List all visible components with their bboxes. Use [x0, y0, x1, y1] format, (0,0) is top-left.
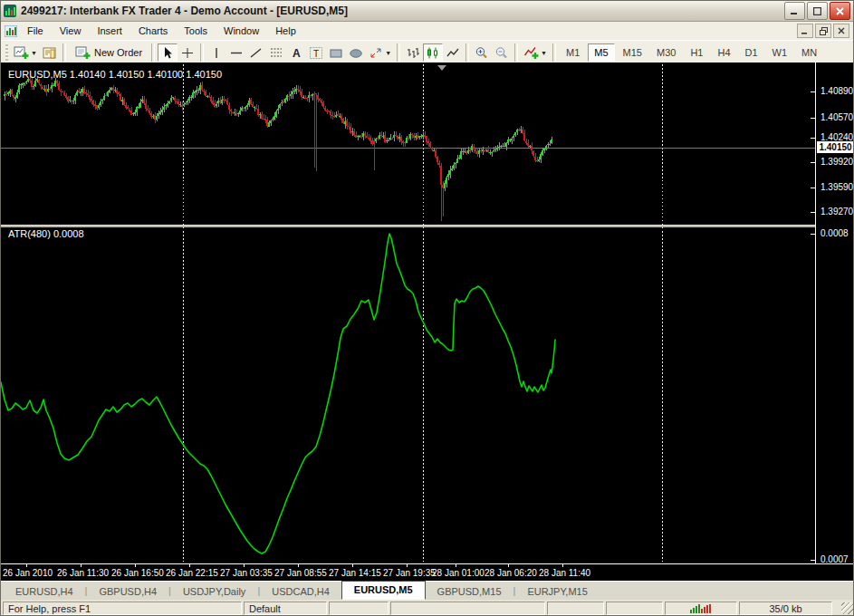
close-button[interactable]: [830, 2, 850, 20]
time-axis-tick: [244, 564, 245, 567]
time-axis-tick: [352, 564, 353, 567]
text-label-icon: T: [309, 46, 323, 60]
price-axis-label: 1.39270: [820, 207, 853, 217]
cursor-button[interactable]: [158, 43, 178, 62]
chart-tab-eurusd-h4[interactable]: EURUSD,H4: [4, 584, 85, 600]
profiles-button[interactable]: [40, 43, 60, 62]
line-chart-icon: [446, 46, 460, 60]
chart-plot[interactable]: [1, 63, 815, 563]
time-axis-tick: [81, 564, 82, 567]
timeframe-mn-button[interactable]: MN: [795, 43, 823, 62]
toolbar-separator: [465, 43, 469, 62]
time-axis-tick: [407, 564, 408, 567]
chart-tab-usdjpy-daily[interactable]: USDJPY,Daily: [171, 584, 258, 600]
chart-tab-gbpusd-m15[interactable]: GBPUSD,M15: [426, 584, 513, 600]
line-chart-button[interactable]: [443, 43, 463, 62]
menu-bar-items: FileViewInsertChartsToolsWindowHelp: [19, 24, 304, 38]
time-axis-tick: [298, 564, 299, 567]
toolbar-grip[interactable]: [5, 44, 8, 61]
timeframe-m5-button[interactable]: M5: [588, 43, 614, 62]
dropdown-caret-icon: ▼: [385, 50, 391, 56]
mdi-minimize-button[interactable]: [797, 24, 813, 38]
toolbar-separator: [200, 43, 204, 62]
time-axis-label: 26 Jan 16:50: [111, 568, 164, 578]
price-axis-label: 1.39920: [820, 157, 853, 167]
new-chart-button[interactable]: ▼: [11, 43, 40, 62]
menu-tools[interactable]: Tools: [176, 24, 216, 38]
dropdown-caret-icon: ▼: [31, 50, 37, 56]
timeframe-m1-button[interactable]: M1: [560, 43, 586, 62]
price-axis-label: 1.40890: [820, 86, 853, 96]
status-bar: For Help, press F1Default35/0 kb: [1, 600, 854, 616]
menu-insert[interactable]: Insert: [89, 24, 130, 38]
mt4-window: 2499217: Interbank FX Trader 4 - Demo Ac…: [0, 0, 854, 616]
status-cell-empty: [390, 602, 545, 615]
price-axis-label: 1.40570: [820, 112, 853, 122]
vertical-line-button[interactable]: [206, 43, 226, 62]
time-axis-label: 27 Jan 19:35: [383, 568, 436, 578]
timeframe-d1-button[interactable]: D1: [739, 43, 764, 62]
menu-charts[interactable]: Charts: [130, 24, 176, 38]
menu-view[interactable]: View: [52, 24, 90, 38]
time-axis-label: 26 Jan 11:30: [57, 568, 109, 578]
indicators-button[interactable]: ▼: [521, 43, 550, 62]
window-title: 2499217: Interbank FX Trader 4 - Demo Ac…: [21, 5, 782, 17]
candlestick-chart-button[interactable]: [423, 43, 443, 62]
menu-bar: FileViewInsertChartsToolsWindowHelp: [1, 22, 853, 40]
price-axis-label: 1.39590: [820, 182, 853, 192]
ellipse-button[interactable]: [346, 43, 366, 62]
rectangle-button[interactable]: [326, 43, 346, 62]
new-order-icon: [75, 45, 91, 60]
chart-tab-gbpusd-h4[interactable]: GBPUSD,H4: [87, 584, 168, 600]
chart-window: EURUSD,M5 1.40140 1.40150 1.40100 1.4015…: [1, 63, 854, 581]
dropdown-caret-icon: ▼: [541, 50, 547, 56]
menu-help[interactable]: Help: [267, 24, 304, 38]
timeframe-h1-button[interactable]: H1: [684, 43, 709, 62]
timeframe-h4-button[interactable]: H4: [711, 43, 736, 62]
mdi-window-controls: [797, 24, 849, 38]
chart-tab-eurusd-m5[interactable]: EURUSD,M5: [341, 581, 426, 600]
price-axis[interactable]: 1.408901.405701.402401.399201.395901.392…: [815, 63, 854, 563]
mdi-restore-button[interactable]: [815, 24, 831, 38]
cursor-icon: [160, 46, 175, 60]
status-cell-default: Default: [244, 602, 327, 615]
chart-tab-eurjpy-m15[interactable]: EURJPY,M15: [515, 584, 599, 600]
time-axis-label: 28 Jan 11:40: [539, 568, 590, 578]
zoom-out-button[interactable]: [492, 43, 512, 62]
menu-file[interactable]: File: [19, 24, 52, 38]
time-axis[interactable]: 26 Jan 201026 Jan 11:3026 Jan 16:5026 Ja…: [1, 563, 854, 581]
menu-window[interactable]: Window: [216, 24, 267, 38]
timeframe-m30-button[interactable]: M30: [650, 43, 682, 62]
text-icon: A: [289, 46, 303, 60]
arrows-icon: [369, 46, 383, 60]
zoom-in-icon: [475, 46, 489, 60]
maximize-button[interactable]: [807, 2, 828, 20]
bar-chart-button[interactable]: [403, 43, 423, 62]
time-axis-label: 26 Jan 22:15: [166, 568, 218, 578]
trendline-button[interactable]: [246, 43, 266, 62]
arrows-button[interactable]: ▼: [366, 43, 394, 62]
fibonacci-button[interactable]: [266, 43, 286, 62]
chart-tab-usdcad-h4[interactable]: USDCAD,H4: [260, 584, 341, 600]
zoom-out-icon: [494, 46, 509, 60]
candlestick-chart-icon: [426, 46, 440, 60]
connection-bars-icon: [689, 602, 713, 614]
text-label-button[interactable]: T: [306, 43, 326, 62]
svg-text:A: A: [293, 47, 301, 60]
mdi-close-button[interactable]: [833, 24, 849, 38]
pane-splitter[interactable]: [1, 225, 854, 227]
chart-mdi-icon[interactable]: [5, 25, 17, 37]
toolbar-separator: [514, 43, 518, 62]
new-order-button[interactable]: New Order: [69, 43, 149, 62]
time-axis-label: 27 Jan 08:55: [274, 568, 327, 578]
zoom-in-button[interactable]: [472, 43, 492, 62]
crosshair-button[interactable]: [178, 43, 197, 62]
trendline-icon: [249, 46, 264, 60]
timeframe-w1-button[interactable]: W1: [766, 43, 794, 62]
resize-grip[interactable]: [841, 602, 853, 614]
connection-status-cell: [665, 602, 737, 615]
minimize-button[interactable]: [784, 2, 805, 20]
horizontal-line-button[interactable]: [226, 43, 246, 62]
text-button[interactable]: A: [286, 43, 306, 62]
timeframe-m15-button[interactable]: M15: [617, 43, 648, 62]
